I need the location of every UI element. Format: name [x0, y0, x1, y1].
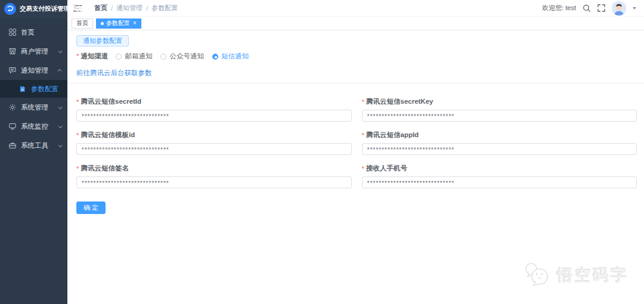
sidebar-item-notification[interactable]: 通知管理 [0, 61, 67, 80]
required-asterisk: * [362, 132, 364, 139]
tag-active-dot [101, 22, 104, 25]
required-asterisk: * [76, 132, 79, 139]
field-label-text: 腾讯云短信secretKey [366, 97, 433, 106]
sidebar: 交易支付投诉管理系统 首页 商户管理 通知管理 [0, 0, 67, 304]
monitor-icon [8, 123, 16, 131]
tag-close-icon[interactable]: × [133, 20, 137, 26]
page: 交易支付投诉管理系统 首页 商户管理 通知管理 [0, 0, 644, 304]
radio-label: 邮箱通知 [125, 52, 152, 61]
chevron-down-icon [58, 49, 63, 53]
breadcrumb-notification: 通知管理 [116, 4, 143, 13]
tags-bar: 首页 参数配置 × [67, 17, 644, 30]
message-icon [8, 67, 16, 75]
sidebar-item-label: 系统管理 [21, 103, 54, 112]
radio-sms-notify[interactable]: 短信通知 [212, 52, 249, 61]
required-asterisk: * [362, 165, 364, 172]
channel-label-text: 通知渠道 [80, 52, 108, 60]
top-navbar: 首页 / 通知管理 / 参数配置 欢迎您: test [67, 0, 644, 17]
field-receiver-phone: *接收人手机号 [362, 164, 637, 188]
app-logo-icon [4, 3, 16, 15]
search-icon[interactable] [583, 4, 591, 13]
app-id-input[interactable] [362, 143, 637, 155]
tag-home[interactable]: 首页 [72, 18, 93, 29]
tag-param-config[interactable]: 参数配置 × [96, 18, 141, 29]
chevron-down-icon [58, 105, 63, 109]
breadcrumb: 首页 / 通知管理 / 参数配置 [94, 4, 178, 13]
sidebar-item-label: 商户管理 [21, 47, 54, 56]
section-divider [67, 83, 644, 83]
main-content: 通知参数配置 *通知渠道 邮箱通知 公众号通知 短信通知 前往腾讯云后台获取参数… [67, 30, 644, 304]
field-label-text: 腾讯云短信appId [366, 131, 419, 139]
sidebar-item-label: 通知管理 [21, 66, 54, 75]
field-secret-key: *腾讯云短信secretKey [362, 97, 637, 122]
welcome-text: 欢迎您: test [542, 4, 576, 13]
radio-label: 短信通知 [221, 52, 249, 61]
sidebar-item-label: 系统工具 [21, 141, 54, 150]
field-label: *腾讯云短信签名 [76, 164, 352, 173]
sidebar-item-label: 系统监控 [21, 122, 54, 131]
app-logo-row[interactable]: 交易支付投诉管理系统 [0, 0, 67, 18]
tencent-cloud-link[interactable]: 前往腾讯云后台获取参数 [76, 69, 152, 77]
merchant-icon [8, 48, 16, 55]
sidebar-menu: 首页 商户管理 通知管理 参数配置 [0, 18, 67, 155]
sidebar-item-param-config[interactable]: 参数配置 [0, 80, 67, 98]
breadcrumb-home[interactable]: 首页 [94, 4, 107, 13]
field-secret-id: *腾讯云短信secretId [76, 97, 352, 122]
secret-key-input[interactable] [362, 110, 637, 122]
sidebar-item-system[interactable]: 系统管理 [0, 98, 67, 117]
field-label-text: 腾讯云短信secretId [80, 97, 141, 106]
welcome-label: 欢迎您: [542, 4, 564, 11]
chevron-down-icon [58, 143, 63, 147]
notify-channel-row: *通知渠道 邮箱通知 公众号通知 短信通知 [76, 52, 637, 61]
required-asterisk: * [76, 165, 79, 172]
toolbox-icon [8, 142, 16, 150]
field-label: *接收人手机号 [362, 164, 637, 173]
field-app-id: *腾讯云短信appId [362, 131, 637, 155]
chevron-up-icon [57, 69, 61, 73]
template-id-input[interactable] [76, 143, 352, 155]
required-asterisk: * [76, 98, 79, 106]
radio-circle-icon [160, 54, 166, 60]
app-title: 交易支付投诉管理系统 [20, 5, 82, 13]
field-label: *腾讯云短信secretId [76, 97, 352, 106]
user-avatar[interactable] [612, 1, 626, 15]
sidebar-item-merchant[interactable]: 商户管理 [0, 42, 67, 61]
radio-wechat-notify[interactable]: 公众号通知 [160, 52, 204, 61]
navbar-right: 欢迎您: test [542, 1, 644, 15]
breadcrumb-current: 参数配置 [151, 4, 178, 13]
sidebar-item-home[interactable]: 首页 [0, 23, 67, 42]
receiver-phone-input[interactable] [362, 176, 637, 188]
sign-name-input[interactable] [76, 176, 352, 188]
required-asterisk: * [76, 52, 79, 60]
fullscreen-icon[interactable] [597, 4, 605, 12]
field-label-text: 腾讯云短信签名 [80, 164, 129, 173]
tag-label: 参数配置 [106, 19, 130, 27]
dashboard-icon [8, 29, 16, 36]
sidebar-item-tools[interactable]: 系统工具 [0, 136, 67, 155]
sidebar-item-label: 首页 [21, 28, 63, 37]
field-label: *腾讯云短信appId [362, 131, 637, 139]
confirm-button[interactable]: 确 定 [76, 201, 106, 214]
radio-label: 公众号通知 [169, 52, 204, 61]
user-menu-caret-icon[interactable] [633, 7, 636, 10]
sidebar-item-label: 参数配置 [31, 85, 58, 94]
channel-label: *通知渠道 [76, 52, 108, 61]
field-template-id: *腾讯云短信模板id [76, 131, 352, 155]
field-label-text: 腾讯云短信模板id [80, 131, 135, 139]
field-sign-name: *腾讯云短信签名 [76, 164, 352, 188]
notify-param-config-button[interactable]: 通知参数配置 [76, 35, 129, 46]
breadcrumb-separator: / [146, 5, 148, 12]
radio-circle-icon [116, 54, 122, 60]
secret-id-input[interactable] [76, 110, 352, 122]
field-label: *腾讯云短信secretKey [362, 97, 637, 106]
gear-icon [8, 104, 16, 111]
username-text: test [565, 4, 576, 11]
sidebar-item-monitor[interactable]: 系统监控 [0, 117, 67, 136]
document-icon [18, 85, 26, 93]
required-asterisk: * [362, 98, 364, 106]
field-label: *腾讯云短信模板id [76, 131, 352, 139]
sms-config-form: *腾讯云短信secretId *腾讯云短信secretKey *腾讯云短信模板i… [76, 97, 637, 197]
radio-email-notify[interactable]: 邮箱通知 [116, 52, 152, 61]
tag-label: 首页 [76, 19, 88, 27]
chevron-down-icon [58, 124, 63, 128]
